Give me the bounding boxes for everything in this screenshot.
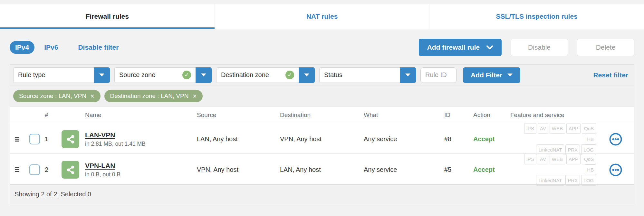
status-label: Status — [324, 71, 342, 79]
rule-id-input[interactable] — [420, 67, 457, 83]
rule-action: Accept — [473, 166, 510, 173]
check-circle-icon: ✓ — [285, 71, 294, 79]
feature-badge: LOG — [581, 175, 596, 186]
rule-action: Accept — [473, 135, 510, 143]
ellipsis-circle-icon — [609, 133, 622, 146]
table-footer: Showing 2 of 2. Selected 0 — [10, 184, 634, 204]
rule-traffic: in 0 B, out 0 B — [85, 171, 120, 178]
feature-badge: WEB — [550, 123, 565, 134]
more-actions-button[interactable] — [609, 133, 622, 146]
more-actions-button[interactable] — [609, 163, 622, 177]
filter-chip-source-zone[interactable]: Source zone : LAN, VPN ✕ — [13, 90, 101, 102]
row-number: 1 — [45, 135, 62, 143]
destination-zone-dropdown[interactable]: Destination zone ✓ — [216, 67, 315, 83]
rule-what: Any service — [364, 135, 444, 143]
close-icon[interactable]: ✕ — [90, 93, 94, 99]
header-features: Feature and service — [510, 112, 597, 119]
close-icon[interactable]: ✕ — [192, 93, 197, 99]
table-row: 1 LAN-VPN in 2.81 MB, out 1.41 MB LAN, A… — [10, 123, 634, 154]
header-num: # — [45, 112, 62, 119]
rule-id: #5 — [444, 166, 473, 173]
add-filter-label: Add Filter — [471, 71, 502, 79]
add-filter-button[interactable]: Add Filter — [463, 67, 520, 83]
ipv6-toggle[interactable]: IPv6 — [44, 44, 58, 51]
header-what: What — [364, 112, 444, 119]
filter-bar: Rule type Source zone ✓ Destination zone… — [10, 65, 634, 85]
chevron-down-icon — [304, 74, 309, 76]
filter-chip-label: Destination zone : LAN, VPN — [110, 93, 189, 100]
feature-badge: HB — [585, 164, 596, 175]
share-network-icon — [62, 161, 79, 179]
rule-traffic: in 2.81 MB, out 1.41 MB — [85, 141, 146, 147]
delete-button[interactable]: Delete — [577, 39, 634, 56]
feature-badge: PRX — [565, 175, 580, 186]
rule-source: VPN, Any host — [197, 166, 280, 173]
chevron-down-icon — [99, 74, 104, 76]
chevron-down-icon — [507, 74, 513, 76]
feature-badge: HB — [585, 134, 596, 144]
active-filter-chips: Source zone : LAN, VPN ✕ Destination zon… — [10, 85, 634, 107]
disable-filter-link[interactable]: Disable filter — [78, 44, 119, 51]
rule-what: Any service — [364, 166, 444, 173]
feature-badges: IPSAVWEBAPPQoSHB LinkedNATPRXLOG — [510, 154, 597, 186]
drag-handle-icon[interactable] — [15, 137, 19, 142]
header-action: Action — [473, 112, 510, 119]
feature-badge: AV — [538, 123, 548, 134]
tab-ssl-tls-inspection-rules[interactable]: SSL/TLS inspection rules — [429, 4, 644, 29]
filter-chip-label: Source zone : LAN, VPN — [19, 93, 86, 100]
ipv4-toggle[interactable]: IPv4 — [10, 41, 34, 54]
ellipsis-circle-icon — [609, 163, 622, 177]
status-dropdown-button[interactable] — [400, 67, 416, 83]
toolbar: IPv4 IPv6 Disable filter Add firewall ru… — [10, 39, 634, 56]
drag-handle-icon[interactable] — [15, 167, 19, 172]
add-firewall-rule-label: Add firewall rule — [427, 44, 480, 51]
rule-type-dropdown[interactable]: Rule type — [13, 67, 110, 83]
destination-zone-label: Destination zone — [221, 71, 269, 79]
disable-button[interactable]: Disable — [511, 39, 568, 56]
share-network-icon — [62, 130, 79, 148]
feature-badge: APP — [566, 154, 581, 164]
feature-badges: IPSAVWEBAPPQoSHB LinkedNATPRXLOG — [510, 123, 597, 155]
destination-zone-dropdown-button[interactable] — [299, 67, 315, 83]
table-row: 2 VPN-LAN in 0 B, out 0 B VPN, Any host … — [10, 154, 634, 184]
rule-name-link[interactable]: LAN-VPN — [85, 131, 146, 139]
reset-filter-link[interactable]: Reset filter — [593, 71, 628, 79]
filter-chip-destination-zone[interactable]: Destination zone : LAN, VPN ✕ — [104, 90, 203, 102]
check-circle-icon: ✓ — [182, 71, 191, 79]
rule-destination: LAN, Any host — [280, 166, 364, 173]
rule-type-label: Rule type — [18, 71, 45, 79]
feature-badge: IPS — [524, 154, 536, 164]
status-dropdown[interactable]: Status — [319, 67, 416, 83]
firewall-rules-panel: Rule type Source zone ✓ Destination zone… — [10, 64, 634, 204]
rule-source: LAN, Any host — [197, 135, 280, 143]
feature-badge: QoS — [582, 154, 596, 164]
tab-nat-rules[interactable]: NAT rules — [215, 4, 430, 29]
add-firewall-rule-button[interactable]: Add firewall rule — [419, 39, 502, 56]
row-number: 2 — [45, 166, 62, 173]
feature-badge: IPS — [524, 123, 536, 134]
rule-type-dropdown-button[interactable] — [94, 67, 110, 83]
feature-badge: LinkedNAT — [536, 175, 564, 186]
rule-name-link[interactable]: VPN-LAN — [85, 162, 120, 170]
chevron-down-icon — [486, 45, 493, 50]
chevron-down-icon — [201, 74, 206, 76]
rule-destination: VPN, Any host — [280, 135, 364, 143]
results-summary: Showing 2 of 2. Selected 0 — [14, 191, 91, 198]
feature-badge: QoS — [582, 123, 596, 134]
header-source: Source — [197, 112, 280, 119]
feature-badge: APP — [566, 123, 581, 134]
table-header: # Name Source Destination What ID Action… — [10, 107, 634, 123]
tab-firewall-rules[interactable]: Firewall rules — [0, 4, 215, 29]
row-checkbox[interactable] — [29, 164, 40, 175]
header-destination: Destination — [280, 112, 364, 119]
feature-badge: WEB — [550, 154, 565, 164]
chevron-down-icon — [405, 74, 410, 76]
row-checkbox[interactable] — [29, 134, 40, 144]
tab-bar: Firewall rules NAT rules SSL/TLS inspect… — [0, 4, 644, 29]
source-zone-label: Source zone — [119, 71, 155, 79]
header-name: Name — [62, 112, 197, 119]
rule-id: #8 — [444, 135, 473, 143]
feature-badge: AV — [538, 154, 548, 164]
source-zone-dropdown[interactable]: Source zone ✓ — [114, 67, 212, 83]
source-zone-dropdown-button[interactable] — [196, 67, 212, 83]
